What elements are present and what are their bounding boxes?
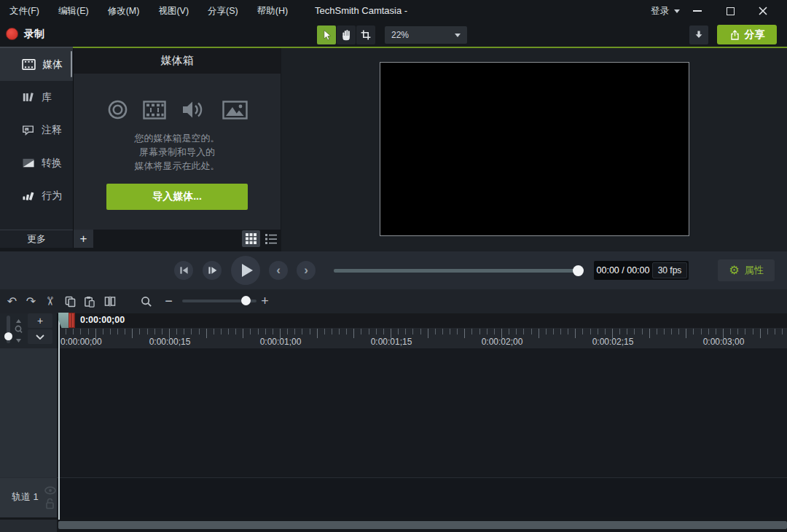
record-button[interactable]: 录制 [24,28,44,41]
track-options-button[interactable] [28,329,52,344]
menu-share[interactable]: 分享(S) [198,0,248,22]
sidebar-scroll-indicator[interactable] [71,51,72,77]
timeline-empty-area[interactable] [57,348,787,477]
ruler-label: 0:00:01;15 [371,337,412,347]
seek-slider[interactable] [334,269,583,273]
download-icon [693,29,705,41]
play-button[interactable] [231,256,260,285]
undo-button[interactable]: ↶ [3,292,21,310]
download-button[interactable] [689,26,708,44]
menu-file[interactable]: 文件(F) [0,0,49,22]
time-current-total: 00:00 / 00:00 [594,265,652,275]
previous-button[interactable]: ‹ [269,261,288,280]
import-media-button[interactable]: 导入媒体... [106,184,248,210]
sidebar-item-behaviors[interactable]: 行为 [0,179,73,212]
track-gutter-empty [0,348,57,477]
step-backward-button[interactable] [174,261,193,280]
menu-help[interactable]: 帮助(H) [248,0,297,22]
preview-stage[interactable] [380,62,689,236]
image-media-icon [222,101,248,120]
sidebar-item-label: 行为 [42,189,62,203]
step-backward-icon [179,266,189,275]
zoom-caret-icon [455,34,461,37]
sidebar-item-label: 注释 [42,124,62,137]
sidebar-more-button[interactable]: 更多 [0,230,73,248]
redo-icon: ↷ [26,294,36,308]
ruler-label: 0:00:00;00 [60,337,102,347]
playhead-line[interactable] [58,313,60,520]
cut-icon: ✂ [43,297,57,306]
cursor-tool-button[interactable] [317,26,336,44]
add-media-button[interactable]: + [74,230,93,248]
step-forward-button[interactable] [203,261,222,280]
sidebar-item-annotations[interactable]: a 注释 [0,114,73,146]
maximize-button[interactable] [718,0,743,22]
plus-icon: + [80,232,87,246]
media-bin-title: 媒体箱 [161,54,194,68]
share-button[interactable]: 分享 [717,25,777,44]
zoom-in-button[interactable]: + [256,292,274,310]
sidebar-item-label: 库 [42,91,52,104]
menu-modify[interactable]: 修改(M) [98,0,149,22]
media-bin-header: 媒体箱 [74,48,281,74]
menu-view[interactable]: 视图(V) [149,0,198,22]
cut-button[interactable]: ✂ [41,292,59,310]
timeline-zoom-handle[interactable] [241,296,251,305]
crop-tool-button[interactable] [356,26,375,44]
sidebar-item-media[interactable]: 媒体 [0,48,73,81]
media-bin-panel: 您的媒体箱是空的。 屏幕录制和导入的 媒体将显示在此处。 导入媒体... [74,74,281,230]
close-button[interactable] [751,0,775,22]
canvas-zoom-dropdown[interactable]: 22% [385,26,467,44]
media-bin-empty-message: 您的媒体箱是空的。 屏幕录制和导入的 媒体将显示在此处。 [74,131,281,173]
canvas-zoom-value: 22% [391,30,409,40]
track1-name: 轨道 1 [12,490,39,504]
playback-bar: ‹ › 00:00 / 00:00 30 fps ⚙ 属性 [0,251,787,289]
record-icon[interactable] [6,28,18,40]
split-button[interactable] [101,292,119,310]
sidebar-item-transitions[interactable]: 转换 [0,146,73,179]
track-zoom-icon [14,318,23,344]
playhead-time-label: 0:00:00;00 [80,315,125,325]
track-lock-icon[interactable] [45,498,55,509]
menu-edit[interactable]: 编辑(E) [49,0,98,22]
track-visibility-icon[interactable] [44,486,56,495]
list-view-button[interactable] [262,230,280,247]
minimize-button[interactable] [685,0,710,22]
library-icon [22,92,35,103]
ruler-label: 0:00:00;15 [149,337,191,347]
ruler-label: 0:00:03;00 [703,337,745,347]
grid-view-button[interactable] [242,230,260,247]
chevron-right-icon: › [304,264,308,276]
timeline-horizontal-scrollbar[interactable] [58,521,787,529]
track-height-handle[interactable] [4,332,12,340]
empty-line-1: 您的媒体箱是空的。 [74,131,281,145]
properties-button[interactable]: ⚙ 属性 [718,259,775,281]
zoom-out-button[interactable]: − [160,292,178,310]
pan-tool-button[interactable] [337,26,356,44]
plus-icon: + [37,315,43,326]
sidebar-item-library[interactable]: 库 [0,81,73,114]
canvas-area [281,48,787,251]
next-button[interactable]: › [297,261,316,280]
timeline-header-strip[interactable] [57,313,787,328]
chevron-down-icon [36,335,44,340]
seek-slider-handle[interactable] [573,265,584,276]
paste-button[interactable] [80,292,98,310]
track1-lane[interactable] [57,478,787,517]
more-label: 更多 [27,232,46,246]
magnifier-icon [141,296,152,308]
ruler-label: 0:00:02;00 [482,337,523,347]
scrollbar-gutter [0,520,57,532]
signin-button[interactable]: 登录 [651,0,680,22]
playhead-handle[interactable] [68,313,75,328]
redo-button[interactable]: ↷ [22,292,40,310]
maximize-icon [727,7,735,15]
add-track-button[interactable]: + [28,313,52,328]
crop-icon [360,29,372,41]
copy-icon [65,296,76,308]
timeline-zoom-button[interactable] [137,292,155,310]
plus-icon: + [261,294,269,309]
copy-button[interactable] [61,292,79,310]
recording-media-icon [107,99,128,120]
svg-text:a: a [26,128,28,130]
